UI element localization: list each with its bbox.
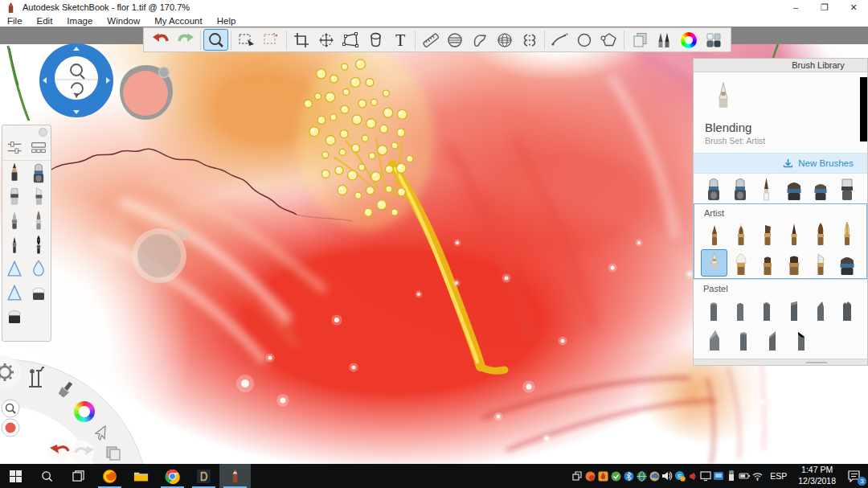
- palette-paintbrush[interactable]: [27, 209, 51, 233]
- select-tool[interactable]: [234, 29, 259, 51]
- swatches-button[interactable]: [27, 136, 51, 160]
- sliders-button[interactable]: [2, 136, 27, 160]
- palette-marker[interactable]: [2, 185, 27, 209]
- brush-pointed-large[interactable]: [807, 219, 833, 247]
- tray-wifi-icon[interactable]: [751, 464, 764, 488]
- brush-library-header[interactable]: Brush Library: [694, 59, 867, 72]
- redo-tool[interactable]: [174, 29, 199, 51]
- tray-monitor-icon[interactable]: [699, 464, 712, 488]
- color-wheel-tool[interactable]: [677, 29, 702, 51]
- palette-pen-small[interactable]: [2, 233, 27, 257]
- ruler-tool[interactable]: [418, 29, 443, 51]
- tray-volume-icon[interactable]: [661, 464, 674, 488]
- taskbar-app-sketchbook[interactable]: [219, 464, 251, 488]
- tray-intel-icon[interactable]: [712, 464, 725, 488]
- symmetry-tool[interactable]: [517, 29, 542, 51]
- menu-file[interactable]: File: [0, 16, 30, 26]
- circle-tool[interactable]: [572, 29, 597, 51]
- brush-pastel-wedge[interactable]: [758, 325, 787, 352]
- zoom-tool[interactable]: [203, 29, 228, 51]
- palette-pencil[interactable]: [2, 161, 27, 185]
- brush-pastel-slant[interactable]: [787, 325, 816, 352]
- brush-pastel-worn[interactable]: [754, 295, 780, 322]
- taskbar-app-d-app[interactable]: [188, 464, 219, 488]
- clock[interactable]: 1:47 PM12/3/2018: [793, 465, 841, 486]
- minimize-button[interactable]: –: [781, 0, 810, 14]
- restore-button[interactable]: ❐: [810, 0, 839, 14]
- close-button[interactable]: ✕: [839, 0, 868, 14]
- new-brushes-button[interactable]: New Brushes: [694, 153, 868, 174]
- brush-pastel-cone[interactable]: [807, 295, 833, 322]
- tray-skype-icon[interactable]: S: [674, 464, 686, 488]
- brush-round-small[interactable]: [701, 219, 727, 247]
- tray-hidden-icons-icon[interactable]: [571, 464, 583, 488]
- tray-horn-icon[interactable]: [686, 464, 699, 488]
- brush-airbrush-cap[interactable]: [700, 174, 727, 202]
- layer-editor-tool[interactable]: [701, 29, 726, 51]
- tray-onedrive-icon[interactable]: [648, 464, 661, 488]
- french-curve-tool[interactable]: [468, 29, 493, 51]
- palette-drop-blue[interactable]: [27, 257, 51, 281]
- brush-palette[interactable]: [2, 125, 51, 342]
- brush-pastel-cyl[interactable]: [729, 325, 758, 352]
- menu-my-account[interactable]: My Account: [147, 16, 209, 26]
- brush-flat-small[interactable]: [754, 249, 780, 277]
- palette-airbrush-cap[interactable]: [27, 161, 51, 185]
- brush-flat-short[interactable]: [807, 174, 833, 202]
- menu-help[interactable]: Help: [210, 16, 244, 26]
- brush-quill[interactable]: [833, 219, 860, 247]
- palette-eraser-flat[interactable]: [27, 281, 51, 306]
- brush-mop[interactable]: [727, 249, 754, 277]
- polyline-tool[interactable]: [547, 29, 572, 51]
- brush-set-tool[interactable]: [652, 29, 677, 51]
- taskbar-search-icon[interactable]: [31, 464, 63, 488]
- brush-pastel-rough[interactable]: [834, 295, 861, 322]
- zoom-puck[interactable]: ✕: [39, 43, 113, 117]
- taskbar-app-explorer[interactable]: [125, 464, 157, 488]
- transform-tool[interactable]: [313, 29, 338, 51]
- palette-eraser-dark[interactable]: [2, 306, 27, 330]
- color-puck[interactable]: [119, 64, 174, 121]
- task-view-button[interactable]: [63, 464, 94, 488]
- language-indicator[interactable]: ESP: [764, 471, 793, 481]
- crop-tool[interactable]: [289, 29, 314, 51]
- brush-angled-silver[interactable]: [807, 249, 833, 277]
- brush-pastel-block[interactable]: [780, 295, 807, 322]
- tray-security-icon[interactable]: [583, 464, 596, 488]
- brush-pastel-round[interactable]: [727, 295, 753, 322]
- menu-image[interactable]: Image: [59, 16, 100, 26]
- palette-tri-blue2[interactable]: [2, 281, 27, 306]
- shape-tool[interactable]: [596, 29, 621, 51]
- perspective-tool[interactable]: [493, 29, 518, 51]
- brush-flat-large[interactable]: [780, 249, 807, 277]
- brush-flat-wide[interactable]: [833, 249, 860, 277]
- tray-shield-green-icon[interactable]: [609, 464, 622, 488]
- text-tool[interactable]: T: [388, 29, 413, 51]
- panel-resize-handle[interactable]: [694, 359, 868, 365]
- palette-tri-blue[interactable]: [2, 257, 27, 281]
- brush-marker-flat[interactable]: [834, 174, 861, 202]
- undo-tool[interactable]: [149, 29, 174, 51]
- menu-edit[interactable]: Edit: [30, 16, 60, 26]
- palette-pen[interactable]: [2, 209, 27, 233]
- brush-flat-wide[interactable]: [780, 174, 807, 202]
- palette-chisel[interactable]: [27, 185, 51, 209]
- brush-liner[interactable]: [754, 174, 780, 202]
- tray-globe-icon[interactable]: [635, 464, 648, 488]
- fill-tool[interactable]: [363, 29, 388, 51]
- tray-usb-icon[interactable]: [725, 464, 738, 488]
- menu-window[interactable]: Window: [100, 16, 147, 26]
- tray-flame-icon[interactable]: [596, 464, 609, 488]
- distort-tool[interactable]: [338, 29, 363, 51]
- brush-pastel-bigcone[interactable]: [700, 325, 729, 352]
- brush-pastel-cyl[interactable]: [700, 295, 727, 322]
- tray-battery-icon[interactable]: [738, 464, 751, 488]
- ellipse-guide-tool[interactable]: [443, 29, 468, 51]
- taskbar-app-firefox[interactable]: [94, 464, 125, 488]
- tray-bluetooth-icon[interactable]: [622, 464, 635, 488]
- brush-airbrush-cap2[interactable]: [727, 174, 753, 202]
- notification-center-button[interactable]: 3: [841, 464, 868, 488]
- taskbar-app-chrome[interactable]: [157, 464, 188, 488]
- import-image-tool[interactable]: [627, 29, 652, 51]
- start-button[interactable]: [0, 464, 31, 488]
